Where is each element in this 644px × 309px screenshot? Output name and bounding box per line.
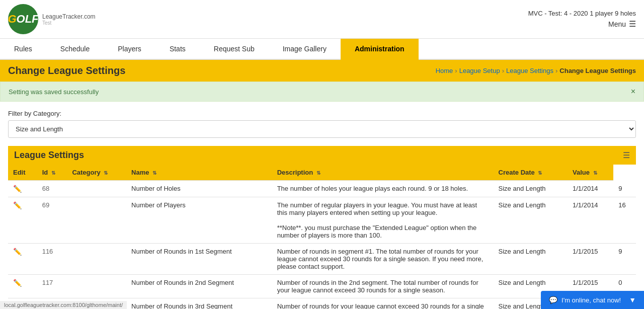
test-label: Test bbox=[42, 20, 96, 26]
cell-name: Number of Rounds in 2nd Segment bbox=[126, 275, 272, 298]
success-alert: Setting was saved successfully × bbox=[0, 82, 644, 102]
settings-table: Edit Id ⇅ Category ⇅ Name ⇅ Description … bbox=[8, 165, 636, 309]
breadcrumb-bar: Change League Settings Home › League Set… bbox=[0, 60, 644, 82]
header: GOLF LeagueTracker.com Test MVC - Test: … bbox=[0, 0, 644, 39]
nav-image-gallery[interactable]: Image Gallery bbox=[269, 39, 341, 60]
breadcrumb-league-setup[interactable]: League Setup bbox=[459, 67, 500, 74]
cell-id: 116 bbox=[37, 244, 67, 275]
logo-icon: GOLF bbox=[8, 4, 38, 34]
nav-administration[interactable]: Administration bbox=[341, 39, 419, 60]
cell-name: Number of Holes bbox=[126, 181, 272, 197]
col-id[interactable]: Id ⇅ bbox=[37, 165, 67, 181]
date-sort-icon: ⇅ bbox=[538, 170, 542, 176]
cat-sort-icon: ⇅ bbox=[104, 170, 108, 176]
edit-icon[interactable]: ✏️ bbox=[13, 248, 22, 256]
col-edit: Edit bbox=[8, 165, 37, 181]
nav-schedule[interactable]: Schedule bbox=[46, 39, 104, 60]
cell-category bbox=[67, 197, 126, 244]
alert-message: Setting was saved successfully bbox=[9, 88, 99, 96]
cell-description: Number of rounds in segment #1. The tota… bbox=[272, 244, 494, 275]
nav-rules[interactable]: Rules bbox=[0, 39, 46, 60]
breadcrumb-sep-2: › bbox=[502, 67, 504, 74]
table-row: ✏️69Number of PlayersThe number of regul… bbox=[8, 197, 636, 244]
main-content: Filter by Category: Size and Length All … bbox=[0, 102, 644, 309]
breadcrumb-league-settings[interactable]: League Settings bbox=[506, 67, 553, 74]
breadcrumb-sep-3: › bbox=[555, 67, 557, 74]
col-category[interactable]: Category ⇅ bbox=[67, 165, 126, 181]
filter-label: Filter by Category: bbox=[8, 110, 636, 117]
alert-close-button[interactable]: × bbox=[631, 87, 635, 96]
cell-name: Number of Rounds in 3rd Segment bbox=[126, 298, 272, 310]
cell-value: 16 bbox=[613, 197, 636, 244]
breadcrumb-home[interactable]: Home bbox=[436, 67, 453, 74]
table-header-row: Edit Id ⇅ Category ⇅ Name ⇅ Description … bbox=[8, 165, 636, 181]
logo-area: GOLF LeagueTracker.com Test bbox=[8, 4, 96, 34]
cell-create-date: 1/1/2014 bbox=[568, 197, 613, 244]
filter-section: Filter by Category: Size and Length All … bbox=[8, 110, 636, 138]
section-title: League Settings bbox=[14, 150, 84, 161]
cell-category bbox=[67, 181, 126, 197]
id-sort-icon: ⇅ bbox=[51, 170, 55, 176]
cell-category-tag: Size and Length bbox=[494, 197, 568, 244]
league-name: MVC - Test: 4 - 2020 1 player 9 holes bbox=[528, 10, 636, 17]
edit-icon[interactable]: ✏️ bbox=[13, 185, 22, 193]
cell-id: 117 bbox=[37, 275, 67, 298]
cell-id: 68 bbox=[37, 181, 67, 197]
url-text: local.golfleaguetracker.com:8100/glthome… bbox=[4, 302, 123, 308]
breadcrumb-current: Change League Settings bbox=[559, 67, 636, 74]
chat-widget[interactable]: 💬 I'm online, chat now! ▼ bbox=[541, 291, 644, 309]
cell-create-date: 1/1/2015 bbox=[568, 244, 613, 275]
chat-label: I'm online, chat now! bbox=[561, 296, 621, 304]
col-create-date[interactable]: Create Date ⇅ bbox=[494, 165, 568, 181]
desc-sort-icon: ⇅ bbox=[316, 170, 320, 176]
page-title: Change League Settings bbox=[8, 65, 125, 76]
menu-label: Menu bbox=[608, 20, 626, 28]
cell-description: Number of rounds in the 2nd segment. The… bbox=[272, 275, 494, 298]
cell-category bbox=[67, 275, 126, 298]
cell-description: The number of holes your league plays ea… bbox=[272, 181, 494, 197]
cell-description: Number of rounds for your league cannot … bbox=[272, 298, 494, 310]
cell-category-tag: Size and Length bbox=[494, 244, 568, 275]
menu-button[interactable]: Menu ☰ bbox=[528, 19, 636, 29]
breadcrumb: Home › League Setup › League Settings › … bbox=[436, 67, 636, 74]
nav-request-sub[interactable]: Request Sub bbox=[200, 39, 269, 60]
table-row: ✏️116Number of Rounds in 1st SegmentNumb… bbox=[8, 244, 636, 275]
chat-close-icon[interactable]: ▼ bbox=[629, 296, 636, 304]
cell-value: 9 bbox=[613, 244, 636, 275]
col-value[interactable]: Value ⇅ bbox=[568, 165, 613, 181]
logo-subtitle-area: LeagueTracker.com Test bbox=[42, 13, 96, 26]
chat-icon: 💬 bbox=[549, 296, 557, 304]
main-nav: Rules Schedule Players Stats Request Sub… bbox=[0, 39, 644, 60]
cell-description: The number of regular players in your le… bbox=[272, 197, 494, 244]
logo-subtitle: LeagueTracker.com bbox=[42, 13, 96, 20]
cell-category bbox=[67, 244, 126, 275]
breadcrumb-sep-1: › bbox=[455, 67, 457, 74]
edit-icon[interactable]: ✏️ bbox=[13, 279, 22, 287]
category-filter[interactable]: Size and Length All Scoring Schedule Pla… bbox=[8, 120, 636, 138]
col-description[interactable]: Description ⇅ bbox=[272, 165, 494, 181]
cell-category-tag: Size and Length bbox=[494, 181, 568, 197]
edit-icon[interactable]: ✏️ bbox=[13, 201, 22, 209]
cell-value: 9 bbox=[613, 181, 636, 197]
val-sort-icon: ⇅ bbox=[593, 170, 597, 176]
name-sort-icon: ⇅ bbox=[152, 170, 156, 176]
logo-text: GOLF bbox=[8, 13, 38, 26]
cell-create-date: 1/1/2014 bbox=[568, 181, 613, 197]
header-right: MVC - Test: 4 - 2020 1 player 9 holes Me… bbox=[528, 10, 636, 29]
cell-id: 69 bbox=[37, 197, 67, 244]
hamburger-icon: ☰ bbox=[629, 19, 636, 29]
table-menu-icon[interactable]: ☰ bbox=[623, 150, 630, 160]
col-name[interactable]: Name ⇅ bbox=[126, 165, 272, 181]
cell-name: Number of Players bbox=[126, 197, 272, 244]
section-header: League Settings ☰ bbox=[8, 146, 636, 165]
nav-players[interactable]: Players bbox=[104, 39, 155, 60]
nav-stats[interactable]: Stats bbox=[155, 39, 200, 60]
table-row: ✏️68Number of HolesThe number of holes y… bbox=[8, 181, 636, 197]
cell-name: Number of Rounds in 1st Segment bbox=[126, 244, 272, 275]
url-bar: local.golfleaguetracker.com:8100/glthome… bbox=[0, 301, 127, 309]
